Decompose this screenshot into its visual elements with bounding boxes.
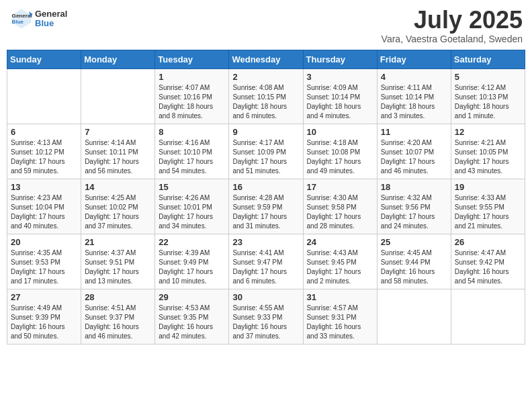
calendar-cell	[377, 289, 451, 344]
calendar-cell: 7Sunrise: 4:14 AMSunset: 10:11 PMDayligh…	[81, 124, 155, 179]
day-number: 10	[307, 127, 373, 137]
month-title: July 2025	[382, 7, 523, 34]
day-number: 14	[85, 182, 151, 192]
day-number: 11	[381, 127, 447, 137]
location: Vara, Vaestra Goetaland, Sweden	[382, 34, 523, 44]
day-number: 4	[381, 72, 447, 82]
day-number: 29	[159, 292, 225, 302]
calendar-cell: 21Sunrise: 4:37 AMSunset: 9:51 PMDayligh…	[81, 234, 155, 289]
day-info: Sunrise: 4:39 AMSunset: 9:49 PMDaylight:…	[159, 248, 225, 286]
day-info: Sunrise: 4:37 AMSunset: 9:51 PMDaylight:…	[85, 248, 151, 286]
day-number: 31	[307, 292, 373, 302]
calendar-cell: 11Sunrise: 4:20 AMSunset: 10:07 PMDaylig…	[377, 124, 451, 179]
day-number: 3	[307, 72, 373, 82]
calendar-cell: 15Sunrise: 4:26 AMSunset: 10:01 PMDaylig…	[155, 179, 229, 234]
calendar-week-1: 1Sunrise: 4:07 AMSunset: 10:16 PMDayligh…	[7, 68, 525, 124]
calendar-cell: 13Sunrise: 4:23 AMSunset: 10:04 PMDaylig…	[7, 179, 81, 234]
logo-general: General	[35, 9, 67, 19]
page-header: General Blue General Blue July 2025 Vara…	[7, 7, 525, 44]
calendar-cell: 5Sunrise: 4:12 AMSunset: 10:13 PMDayligh…	[451, 68, 525, 124]
day-info: Sunrise: 4:49 AMSunset: 9:39 PMDaylight:…	[11, 304, 77, 341]
day-number: 13	[11, 182, 77, 192]
calendar-cell: 22Sunrise: 4:39 AMSunset: 9:49 PMDayligh…	[155, 234, 229, 289]
calendar-cell: 26Sunrise: 4:47 AMSunset: 9:42 PMDayligh…	[451, 234, 525, 289]
calendar-cell: 19Sunrise: 4:33 AMSunset: 9:55 PMDayligh…	[451, 179, 525, 234]
day-number: 19	[455, 182, 521, 192]
logo-blue: Blue	[35, 18, 54, 28]
day-number: 8	[159, 127, 225, 137]
day-info: Sunrise: 4:47 AMSunset: 9:42 PMDaylight:…	[455, 248, 521, 286]
day-number: 7	[85, 127, 151, 137]
day-info: Sunrise: 4:07 AMSunset: 10:16 PMDaylight…	[159, 83, 225, 121]
calendar-cell: 25Sunrise: 4:45 AMSunset: 9:44 PMDayligh…	[377, 234, 451, 289]
weekday-header-monday: Monday	[81, 50, 155, 68]
day-info: Sunrise: 4:45 AMSunset: 9:44 PMDaylight:…	[381, 248, 447, 286]
day-number: 18	[381, 182, 447, 192]
day-info: Sunrise: 4:21 AMSunset: 10:05 PMDaylight…	[455, 138, 521, 176]
day-number: 25	[381, 237, 447, 247]
logo-icon: General Blue	[9, 7, 34, 31]
day-number: 6	[11, 127, 77, 137]
day-number: 27	[11, 292, 77, 302]
calendar-cell: 24Sunrise: 4:43 AMSunset: 9:45 PMDayligh…	[303, 234, 377, 289]
calendar-week-4: 20Sunrise: 4:35 AMSunset: 9:53 PMDayligh…	[7, 234, 525, 289]
day-number: 24	[307, 237, 373, 247]
day-info: Sunrise: 4:25 AMSunset: 10:02 PMDaylight…	[85, 193, 151, 231]
calendar-cell	[7, 68, 81, 124]
day-info: Sunrise: 4:43 AMSunset: 9:45 PMDaylight:…	[307, 248, 373, 286]
weekday-header-wednesday: Wednesday	[229, 50, 303, 68]
day-info: Sunrise: 4:08 AMSunset: 10:15 PMDaylight…	[232, 83, 299, 121]
calendar-cell	[451, 289, 525, 344]
calendar-week-3: 13Sunrise: 4:23 AMSunset: 10:04 PMDaylig…	[7, 179, 525, 234]
calendar-cell: 2Sunrise: 4:08 AMSunset: 10:15 PMDayligh…	[229, 68, 303, 124]
calendar-cell: 18Sunrise: 4:32 AMSunset: 9:56 PMDayligh…	[377, 179, 451, 234]
day-number: 23	[232, 237, 299, 247]
day-info: Sunrise: 4:35 AMSunset: 9:53 PMDaylight:…	[11, 248, 77, 286]
day-info: Sunrise: 4:55 AMSunset: 9:33 PMDaylight:…	[232, 304, 299, 341]
calendar-cell	[81, 68, 155, 124]
svg-text:General: General	[12, 13, 32, 19]
day-info: Sunrise: 4:09 AMSunset: 10:14 PMDaylight…	[307, 83, 373, 121]
calendar-cell: 14Sunrise: 4:25 AMSunset: 10:02 PMDaylig…	[81, 179, 155, 234]
calendar-cell: 12Sunrise: 4:21 AMSunset: 10:05 PMDaylig…	[451, 124, 525, 179]
weekday-header-sunday: Sunday	[7, 50, 81, 68]
calendar-cell: 16Sunrise: 4:28 AMSunset: 9:59 PMDayligh…	[229, 179, 303, 234]
svg-text:Blue: Blue	[12, 19, 24, 25]
day-info: Sunrise: 4:26 AMSunset: 10:01 PMDaylight…	[159, 193, 225, 231]
weekday-header-row: SundayMondayTuesdayWednesdayThursdayFrid…	[7, 50, 525, 68]
day-number: 1	[159, 72, 225, 82]
day-number: 5	[455, 72, 521, 82]
calendar-cell: 4Sunrise: 4:11 AMSunset: 10:14 PMDayligh…	[377, 68, 451, 124]
day-info: Sunrise: 4:18 AMSunset: 10:08 PMDaylight…	[307, 138, 373, 176]
day-info: Sunrise: 4:30 AMSunset: 9:58 PMDaylight:…	[307, 193, 373, 231]
logo: General Blue General Blue	[9, 7, 67, 31]
calendar-cell: 30Sunrise: 4:55 AMSunset: 9:33 PMDayligh…	[229, 289, 303, 344]
day-info: Sunrise: 4:16 AMSunset: 10:10 PMDaylight…	[159, 138, 225, 176]
day-info: Sunrise: 4:11 AMSunset: 10:14 PMDaylight…	[381, 83, 447, 121]
calendar-cell: 23Sunrise: 4:41 AMSunset: 9:47 PMDayligh…	[229, 234, 303, 289]
day-number: 9	[232, 127, 299, 137]
calendar-cell: 10Sunrise: 4:18 AMSunset: 10:08 PMDaylig…	[303, 124, 377, 179]
calendar-cell: 20Sunrise: 4:35 AMSunset: 9:53 PMDayligh…	[7, 234, 81, 289]
calendar-table: SundayMondayTuesdayWednesdayThursdayFrid…	[7, 50, 525, 345]
day-number: 12	[455, 127, 521, 137]
calendar-cell: 29Sunrise: 4:53 AMSunset: 9:35 PMDayligh…	[155, 289, 229, 344]
day-info: Sunrise: 4:13 AMSunset: 10:12 PMDaylight…	[11, 138, 77, 176]
day-info: Sunrise: 4:14 AMSunset: 10:11 PMDaylight…	[85, 138, 151, 176]
calendar-cell: 1Sunrise: 4:07 AMSunset: 10:16 PMDayligh…	[155, 68, 229, 124]
calendar-week-2: 6Sunrise: 4:13 AMSunset: 10:12 PMDayligh…	[7, 124, 525, 179]
day-info: Sunrise: 4:53 AMSunset: 9:35 PMDaylight:…	[159, 304, 225, 341]
day-info: Sunrise: 4:17 AMSunset: 10:09 PMDaylight…	[232, 138, 299, 176]
day-info: Sunrise: 4:57 AMSunset: 9:31 PMDaylight:…	[307, 304, 373, 341]
day-number: 16	[232, 182, 299, 192]
calendar-cell: 9Sunrise: 4:17 AMSunset: 10:09 PMDayligh…	[229, 124, 303, 179]
weekday-header-friday: Friday	[377, 50, 451, 68]
day-number: 17	[307, 182, 373, 192]
day-info: Sunrise: 4:12 AMSunset: 10:13 PMDaylight…	[455, 83, 521, 121]
day-info: Sunrise: 4:41 AMSunset: 9:47 PMDaylight:…	[232, 248, 299, 286]
day-number: 2	[232, 72, 299, 82]
calendar-cell: 27Sunrise: 4:49 AMSunset: 9:39 PMDayligh…	[7, 289, 81, 344]
day-number: 15	[159, 182, 225, 192]
day-info: Sunrise: 4:20 AMSunset: 10:07 PMDaylight…	[381, 138, 447, 176]
day-number: 26	[455, 237, 521, 247]
